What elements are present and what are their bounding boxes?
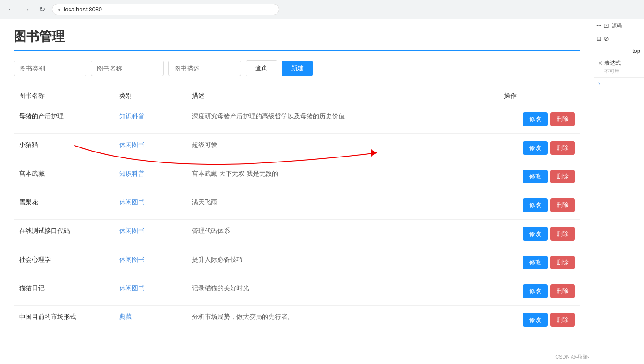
devtools-expression-block: ✕ 表达式 不可用 — [594, 56, 644, 78]
devtools-top-display: top — [594, 46, 644, 56]
cell-description: 深度研究母猪产后护理的高级哲学以及母猪的历史价值 — [186, 105, 498, 134]
delete-button[interactable]: 删除 — [550, 227, 575, 241]
table-row: 在线测试接口代码休闲图书管理代码体系修改删除 — [14, 220, 580, 248]
forward-button[interactable]: → — [21, 4, 32, 15]
refresh-button[interactable]: ↻ — [36, 4, 47, 15]
devtools-icon-4[interactable]: ⊘ — [604, 35, 609, 42]
app-layout: 图书管理 查询 新建 图书名称 类别 — [0, 19, 644, 344]
book-table: 图书名称 类别 描述 操作 母猪的产后护理知识科普深度研究母猪产后护理的高级哲学… — [14, 87, 580, 334]
edit-button[interactable]: 修改 — [523, 198, 548, 212]
desc-input[interactable] — [168, 61, 241, 76]
top-label: top — [632, 47, 640, 54]
cell-description: 超级可爱 — [186, 134, 498, 162]
edit-button[interactable]: 修改 — [523, 227, 548, 241]
cell-action: 修改删除 — [498, 248, 580, 277]
th-name: 图书名称 — [14, 87, 114, 105]
edit-button[interactable]: 修改 — [523, 141, 548, 155]
cell-category: 知识科普 — [114, 105, 186, 134]
cell-category: 休闲图书 — [114, 191, 186, 220]
cell-description: 宫本武藏 天下无双 我是无敌的 — [186, 162, 498, 191]
cell-category: 休闲图书 — [114, 134, 186, 162]
table-row: 宫本武藏知识科普宫本武藏 天下无双 我是无敌的修改删除 — [14, 162, 580, 191]
name-input[interactable] — [91, 61, 164, 76]
cell-description: 满天飞雨 — [186, 191, 498, 220]
devtools-expression-title: ✕ 表达式 — [598, 59, 640, 67]
edit-button[interactable]: 修改 — [523, 112, 548, 126]
cell-description: 提升人际必备技巧 — [186, 248, 498, 277]
cell-name: 中国目前的市场形式 — [14, 306, 114, 334]
expression-value: 不可用 — [598, 68, 640, 75]
edit-button[interactable]: 修改 — [523, 170, 548, 183]
expression-close-icon[interactable]: ✕ — [598, 60, 603, 66]
devtools-icon-1[interactable]: ⊹ — [596, 22, 602, 29]
cell-category: 休闲图书 — [114, 220, 186, 248]
th-description: 描述 — [186, 87, 498, 105]
table-body: 母猪的产后护理知识科普深度研究母猪产后护理的高级哲学以及母猪的历史价值修改删除小… — [14, 105, 580, 334]
edit-button[interactable]: 修改 — [523, 256, 548, 269]
search-bar: 查询 新建 — [14, 60, 580, 76]
cell-name: 雪梨花 — [14, 191, 114, 220]
devtools-icon-2[interactable]: ⊡ — [604, 22, 609, 29]
cell-action: 修改删除 — [498, 162, 580, 191]
expression-title-text: 表达式 — [604, 59, 621, 67]
cell-name: 小猫猫 — [14, 134, 114, 162]
devtools-panel: ⊹ ⊡ 源码 ⊟ ⊘ top ✕ 表达式 不可用 › — [594, 19, 644, 344]
cell-category: 知识科普 — [114, 162, 186, 191]
delete-button[interactable]: 删除 — [550, 141, 575, 155]
cell-name: 母猪的产后护理 — [14, 105, 114, 134]
title-underline — [14, 50, 580, 51]
table-container[interactable]: 图书名称 类别 描述 操作 母猪的产后护理知识科普深度研究母猪产后护理的高级哲学… — [14, 87, 580, 334]
delete-button[interactable]: 删除 — [550, 256, 575, 269]
cell-category: 休闲图书 — [114, 248, 186, 277]
delete-button[interactable]: 删除 — [550, 313, 575, 327]
browser-chrome: ← → ↻ ● localhost:8080 — [0, 0, 644, 19]
new-button[interactable]: 新建 — [282, 61, 313, 76]
devtools-chevron[interactable]: › — [594, 78, 644, 89]
cell-action: 修改删除 — [498, 134, 580, 162]
cell-description: 管理代码体系 — [186, 220, 498, 248]
table-row: 社会心理学休闲图书提升人际必备技巧修改删除 — [14, 248, 580, 277]
query-button[interactable]: 查询 — [246, 60, 277, 76]
address-bar[interactable]: ● localhost:8080 — [52, 4, 279, 15]
cell-name: 宫本武藏 — [14, 162, 114, 191]
devtools-toolbar: ⊹ ⊡ 源码 — [594, 19, 644, 32]
cell-category: 典藏 — [114, 306, 186, 334]
main-content: 图书管理 查询 新建 图书名称 类别 — [0, 19, 594, 344]
th-category: 类别 — [114, 87, 186, 105]
table-row: 中国目前的市场形式典藏分析市场局势，做大变局的先行者。修改删除 — [14, 306, 580, 334]
cell-action: 修改删除 — [498, 191, 580, 220]
delete-button[interactable]: 删除 — [550, 198, 575, 212]
cell-action: 修改删除 — [498, 220, 580, 248]
cell-description: 分析市场局势，做大变局的先行者。 — [186, 306, 498, 334]
table-row: 雪梨花休闲图书满天飞雨修改删除 — [14, 191, 580, 220]
url-display: localhost:8080 — [64, 6, 102, 13]
table-row: 小猫猫休闲图书超级可爱修改删除 — [14, 134, 580, 162]
cell-name: 猫猫日记 — [14, 277, 114, 306]
cell-name: 在线测试接口代码 — [14, 220, 114, 248]
edit-button[interactable]: 修改 — [523, 313, 548, 327]
cell-name: 社会心理学 — [14, 248, 114, 277]
cell-description: 记录猫猫的美好时光 — [186, 277, 498, 306]
devtools-icon-3[interactable]: ⊟ — [596, 35, 602, 42]
delete-button[interactable]: 删除 — [550, 284, 575, 298]
page-body: 图书管理 查询 新建 图书名称 类别 — [0, 19, 594, 344]
secure-icon: ● — [58, 6, 61, 13]
category-input[interactable] — [14, 61, 86, 76]
cell-action: 修改删除 — [498, 277, 580, 306]
page-title: 图书管理 — [14, 28, 580, 46]
th-action: 操作 — [498, 87, 580, 105]
table-row: 母猪的产后护理知识科普深度研究母猪产后护理的高级哲学以及母猪的历史价值修改删除 — [14, 105, 580, 134]
devtools-toolbar-2: ⊟ ⊘ — [594, 32, 644, 46]
delete-button[interactable]: 删除 — [550, 112, 575, 126]
cell-action: 修改删除 — [498, 306, 580, 334]
annotation-container: 图书名称 类别 描述 操作 母猪的产后护理知识科普深度研究母猪产后护理的高级哲学… — [14, 87, 580, 334]
edit-button[interactable]: 修改 — [523, 284, 548, 298]
table-row: 猫猫日记休闲图书记录猫猫的美好时光修改删除 — [14, 277, 580, 306]
devtools-source-label: 源码 — [612, 22, 622, 29]
delete-button[interactable]: 删除 — [550, 170, 575, 183]
cell-action: 修改删除 — [498, 105, 580, 134]
table-header: 图书名称 类别 描述 操作 — [14, 87, 580, 105]
cell-category: 休闲图书 — [114, 277, 186, 306]
back-button[interactable]: ← — [5, 4, 16, 15]
